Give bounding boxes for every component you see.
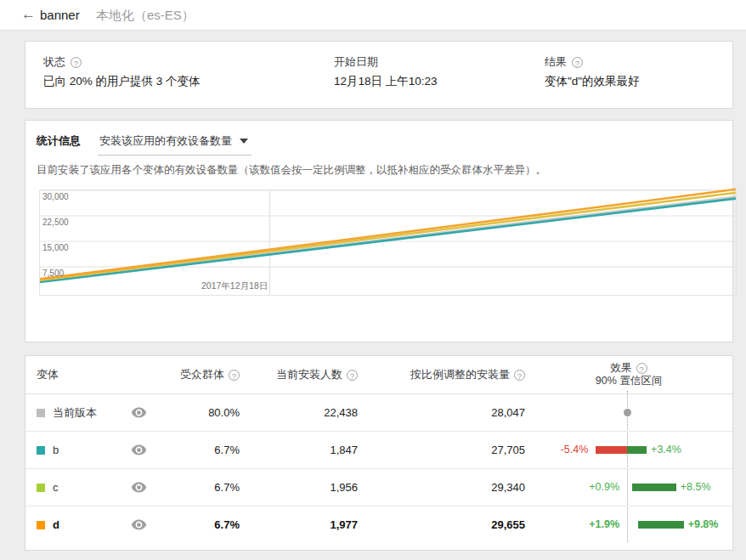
confidence-interval-cell: +1.9%+9.8% bbox=[525, 506, 732, 543]
result-column: 结果 变体"d"的效果最好 bbox=[545, 54, 732, 108]
variant-color-swatch bbox=[37, 409, 45, 417]
ci-positive-bar bbox=[632, 484, 676, 491]
back-arrow-icon[interactable]: ← bbox=[21, 6, 36, 23]
series-line-b bbox=[40, 199, 736, 282]
column-header-installs: 当前安装人数 bbox=[276, 367, 342, 382]
help-icon[interactable] bbox=[347, 370, 358, 381]
series-line-d bbox=[40, 189, 736, 280]
installs-value: 1,847 bbox=[240, 444, 358, 456]
start-date-value: 12月18日 上午10:23 bbox=[334, 74, 545, 89]
variant-name: b bbox=[53, 444, 59, 456]
y-axis-tick-label: 30,000 bbox=[42, 192, 69, 201]
column-header-variant: 变体 bbox=[25, 367, 122, 382]
ci-negative-bar bbox=[596, 446, 627, 454]
result-value: 变体"d"的效果最好 bbox=[545, 74, 732, 89]
adjusted-installs-value: 27,705 bbox=[358, 444, 525, 456]
result-label: 结果 bbox=[545, 54, 567, 70]
status-value: 已向 20% 的用户提供 3 个变体 bbox=[43, 74, 334, 89]
column-header-effect: 效果 90% 置信区间 bbox=[525, 362, 732, 387]
y-axis-tick-label: 22,500 bbox=[42, 218, 69, 227]
start-date-column: 开始日期 12月18日 上午10:23 bbox=[334, 54, 545, 108]
audience-value: 80.0% bbox=[155, 406, 240, 419]
column-header-audience: 受众群体 bbox=[180, 367, 224, 382]
preview-eye-icon[interactable] bbox=[131, 404, 147, 421]
adjusted-installs-value: 29,340 bbox=[358, 481, 525, 494]
experiment-title: banner bbox=[40, 8, 80, 22]
confidence-interval-cell: -5.4%+3.4% bbox=[525, 432, 732, 468]
help-icon[interactable] bbox=[229, 370, 240, 381]
statistics-title: 统计信息 bbox=[37, 133, 81, 149]
help-icon[interactable] bbox=[514, 370, 525, 381]
variant-name: 当前版本 bbox=[53, 405, 97, 421]
variant-name: d bbox=[53, 518, 59, 531]
y-axis-tick-label: 7,500 bbox=[42, 269, 64, 278]
ci-low-label: -5.4% bbox=[561, 444, 589, 455]
ci-positive-bar bbox=[638, 521, 684, 529]
confidence-interval-cell: +0.9%+8.5% bbox=[525, 469, 732, 506]
statistics-card: 统计信息 安装该应用的有效设备数量 目前安装了该应用各个变体的有效设备数量（该数… bbox=[25, 120, 733, 342]
audience-value: 6.7% bbox=[155, 518, 240, 531]
help-icon[interactable] bbox=[636, 363, 647, 374]
table-row: d 6.7% 1,977 29,655 +1.9%+9.8% bbox=[25, 506, 732, 543]
preview-eye-icon[interactable] bbox=[131, 479, 147, 495]
top-app-bar: ← banner 本地化（es-ES） bbox=[0, 0, 746, 31]
status-card: 状态 已向 20% 的用户提供 3 个变体 开始日期 12月18日 上午10:2… bbox=[25, 41, 733, 109]
installs-line-chart: 2017年12月18日 7,50015,00022,50030,000 bbox=[39, 189, 737, 296]
series-line-当前版本 bbox=[40, 197, 736, 281]
start-date-label: 开始日期 bbox=[334, 54, 378, 70]
table-header-row: 变体 受众群体 当前安装人数 按比例调整的安装量 效果 90% 置信区间 bbox=[25, 356, 732, 394]
ci-low-label: +1.9% bbox=[589, 518, 619, 530]
audience-value: 6.7% bbox=[155, 481, 240, 494]
ci-positive-bar bbox=[627, 446, 647, 454]
ci-high-label: +3.4% bbox=[651, 444, 681, 455]
y-axis-tick-label: 15,000 bbox=[42, 243, 69, 252]
variant-color-swatch bbox=[37, 446, 45, 455]
adjusted-installs-value: 28,047 bbox=[358, 406, 525, 419]
chart-description: 目前安装了该应用各个变体的有效设备数量（该数值会按一定比例调整，以抵补相应的受众… bbox=[37, 163, 732, 178]
status-label: 状态 bbox=[43, 54, 65, 70]
chevron-down-icon bbox=[240, 139, 248, 144]
metric-dropdown[interactable]: 安装该应用的有效设备数量 bbox=[98, 133, 251, 156]
metric-dropdown-value: 安装该应用的有效设备数量 bbox=[99, 133, 232, 149]
audience-value: 6.7% bbox=[155, 444, 240, 456]
installs-value: 22,438 bbox=[240, 406, 358, 419]
variant-color-swatch bbox=[37, 484, 45, 492]
installs-value: 1,977 bbox=[240, 518, 358, 531]
ci-neutral-dot bbox=[624, 409, 631, 416]
preview-eye-icon[interactable] bbox=[131, 517, 147, 533]
ci-high-label: +8.5% bbox=[681, 481, 711, 493]
ci-low-label: +0.9% bbox=[589, 481, 619, 493]
table-row: 当前版本 80.0% 22,438 28,047 bbox=[25, 394, 732, 432]
help-icon[interactable] bbox=[71, 57, 82, 68]
column-header-adjusted: 按比例调整的安装量 bbox=[410, 367, 510, 382]
variants-table-card: 变体 受众群体 当前安装人数 按比例调整的安装量 效果 90% 置信区间 当前版… bbox=[25, 355, 733, 551]
experiment-subtitle: 本地化（es-ES） bbox=[96, 8, 195, 24]
variant-name: c bbox=[53, 481, 59, 494]
installs-value: 1,956 bbox=[240, 481, 358, 494]
status-column: 状态 已向 20% 的用户提供 3 个变体 bbox=[43, 54, 334, 108]
table-row: c 6.7% 1,956 29,340 +0.9%+8.5% bbox=[25, 469, 732, 506]
ci-high-label: +9.8% bbox=[688, 518, 719, 530]
confidence-interval-cell bbox=[525, 394, 732, 431]
x-axis-tick-label: 2017年12月18日 bbox=[201, 280, 268, 292]
preview-eye-icon[interactable] bbox=[131, 442, 147, 458]
adjusted-installs-value: 29,655 bbox=[358, 518, 525, 531]
table-row: b 6.7% 1,847 27,705 -5.4%+3.4% bbox=[25, 432, 732, 469]
help-icon[interactable] bbox=[572, 57, 583, 68]
chart-canvas bbox=[40, 190, 736, 295]
variant-color-swatch bbox=[37, 521, 45, 529]
